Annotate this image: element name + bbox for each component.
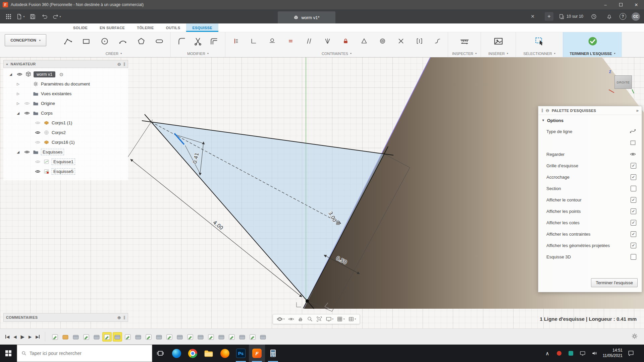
app-grid-icon[interactable] [3, 11, 13, 21]
slot-tool[interactable] [154, 35, 165, 48]
step-forward-button[interactable]: ▶ [29, 335, 32, 339]
panel-grip-icon[interactable]: ∥ [123, 62, 125, 66]
inspect-group-label[interactable]: INSPECTER▾ [448, 50, 481, 57]
fillet-tool[interactable] [176, 35, 187, 48]
palette-options-section[interactable]: ▼ Options [538, 115, 642, 126]
panel-grip-icon[interactable]: ∥ [541, 108, 543, 113]
timeline-feature-icon[interactable] [92, 333, 101, 341]
visibility-icon[interactable] [35, 130, 41, 135]
perpendicular-tool[interactable] [249, 35, 259, 48]
tab-esquisse[interactable]: ESQUISSE [186, 23, 218, 32]
network-icon[interactable] [579, 350, 586, 356]
timeline-body-icon[interactable] [61, 333, 70, 341]
maximize-button[interactable] [613, 0, 629, 9]
tree-item-named-views[interactable]: ▷ Vues existantes [3, 89, 128, 99]
new-tab-icon[interactable]: + [545, 12, 553, 21]
play-button[interactable]: ▶ [20, 334, 24, 340]
redo-icon[interactable]: ▾ [52, 11, 62, 21]
tree-item-root[interactable]: ◢ worm v1 ⊙ [3, 69, 128, 79]
expander-icon[interactable]: ▷ [15, 82, 21, 86]
expander-icon[interactable]: ▷ [15, 102, 21, 105]
visibility-icon[interactable] [35, 120, 41, 126]
grid-settings-button[interactable]: ▾ [336, 315, 346, 323]
tree-item-sketch1[interactable]: Esquisse1 [3, 157, 128, 167]
points-checkbox[interactable]: ✓ [631, 208, 636, 214]
profile-checkbox[interactable]: ✓ [631, 197, 636, 203]
visibility-icon[interactable] [24, 110, 30, 116]
rollup-icon[interactable]: ⊖ [546, 108, 549, 113]
recent-activity-icon[interactable] [589, 11, 599, 21]
polygon-constraint-tool[interactable] [360, 35, 369, 48]
rollup-icon[interactable]: ⊕ [117, 315, 121, 320]
timeline-sketch-icon[interactable] [144, 333, 153, 341]
navigator-header[interactable]: « NAVIGATEUR ⊖ ∥ [3, 60, 128, 68]
minimize-button[interactable]: – [598, 0, 613, 9]
timeline-feature-icon[interactable] [71, 333, 80, 341]
activate-radio-icon[interactable]: ⊙ [59, 72, 63, 77]
file-menu-icon[interactable]: ▾ [15, 11, 25, 21]
taskbar-search[interactable] [17, 345, 152, 362]
comments-bar[interactable]: COMMENTAIRES ⊕ ∥ [3, 313, 128, 322]
antivirus-icon[interactable] [556, 351, 562, 356]
root-item-label[interactable]: worm v1 [34, 71, 55, 77]
finish-sketch-button[interactable]: Terminer l'esquisse [591, 278, 638, 287]
look-at-button[interactable] [287, 315, 295, 323]
tab-tolerie[interactable]: TÔLERIE [131, 23, 160, 32]
curvature-tool[interactable] [433, 35, 442, 48]
taskbar-fusion[interactable]: F [249, 345, 265, 362]
symmetry-brackets-tool[interactable] [415, 35, 424, 48]
modify-group-label[interactable]: MODIFIER▾ [171, 50, 225, 57]
zoom-window-button[interactable] [315, 315, 323, 323]
look-at-icon[interactable] [630, 151, 636, 158]
skip-to-start-button[interactable]: ◀ [5, 335, 9, 339]
save-icon[interactable] [28, 11, 38, 21]
display-settings-button[interactable]: ▾ [325, 315, 335, 323]
timeline-sketch-icon[interactable] [51, 333, 59, 341]
fix-tool[interactable] [341, 35, 351, 48]
sketch-point[interactable] [306, 299, 309, 303]
midpoint-tool[interactable] [396, 35, 406, 48]
notifications-bell-icon[interactable] [604, 11, 614, 21]
timeline-sketch-icon[interactable] [82, 333, 91, 341]
viewcube-face-label[interactable]: DROITE [614, 75, 632, 89]
tree-item-body1[interactable]: Corps1 (1) [3, 118, 128, 128]
user-avatar[interactable]: CC [632, 12, 640, 21]
timeline-sketch-icon[interactable] [248, 333, 257, 341]
select-group-label[interactable]: SÉLECTIONNER▾ [516, 50, 563, 57]
tree-item-document-settings[interactable]: ▷ Paramètres du document [3, 79, 128, 89]
parallel-tool[interactable] [304, 35, 314, 48]
tree-item-origin[interactable]: ▷ Origine [3, 99, 128, 108]
concentric-tool[interactable] [378, 35, 387, 48]
palette-header[interactable]: ∥ ⊖ PALETTE D'ESQUISSES » [538, 106, 642, 115]
timeline-sketch-icon[interactable] [186, 333, 195, 341]
line-tool[interactable] [62, 35, 74, 48]
tree-item-bodies[interactable]: ◢ Corps [3, 108, 128, 118]
finish-sketch-tool[interactable] [585, 34, 600, 49]
visibility-icon[interactable] [17, 71, 22, 77]
timeline-feature-icon[interactable] [238, 333, 247, 341]
timeline-feature-icon[interactable] [259, 333, 267, 341]
visibility-icon[interactable] [24, 101, 30, 106]
symmetry-tool[interactable] [323, 35, 332, 48]
visibility-icon[interactable] [35, 169, 41, 174]
construction-icon[interactable] [630, 139, 636, 146]
tree-item-body16[interactable]: Corps16 (1) [3, 137, 128, 147]
rollup-icon[interactable]: ⊖ [117, 62, 121, 67]
timeline-sketch-icon[interactable] [227, 333, 236, 341]
tray-app-icon[interactable] [568, 351, 574, 356]
taskbar-chrome[interactable] [184, 345, 201, 362]
constraints-checkbox[interactable]: ✓ [631, 231, 636, 237]
zoom-button[interactable] [306, 315, 314, 323]
collapse-right-icon[interactable]: » [636, 108, 639, 113]
rectangle-tool[interactable] [80, 35, 92, 48]
expander-icon[interactable]: ◢ [7, 72, 14, 76]
polygon-tool[interactable] [136, 35, 147, 48]
taskbar-photoshop[interactable]: Ps [233, 345, 249, 362]
snap-checkbox[interactable]: ✓ [631, 174, 636, 180]
select-tool[interactable] [532, 34, 547, 49]
taskbar-explorer[interactable] [201, 345, 217, 362]
help-icon[interactable]: ? [620, 13, 626, 20]
close-button[interactable]: ✕ [629, 0, 644, 9]
visibility-icon[interactable] [35, 159, 41, 165]
timeline-gear-icon[interactable] [631, 333, 638, 341]
